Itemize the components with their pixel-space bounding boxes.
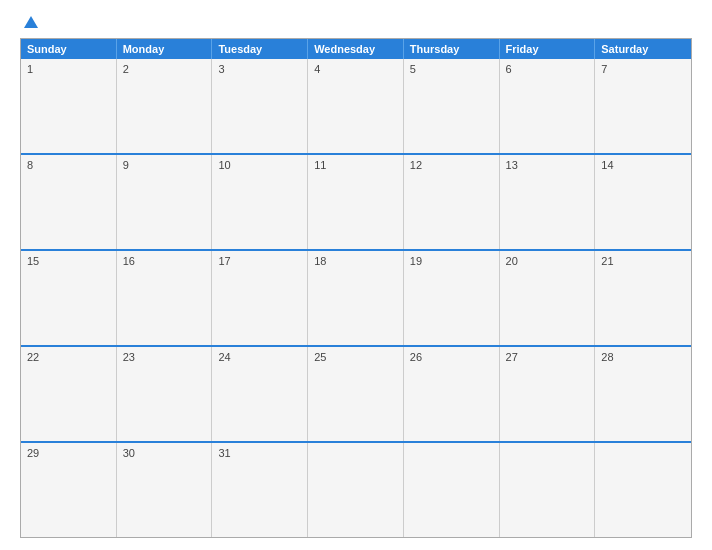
day-number: 8 (27, 159, 110, 171)
calendar-cell-7: 7 (595, 59, 691, 153)
calendar-cell-5: 5 (404, 59, 500, 153)
calendar-page: SundayMondayTuesdayWednesdayThursdayFrid… (0, 0, 712, 550)
calendar-cell-22: 22 (21, 347, 117, 441)
day-number: 31 (218, 447, 301, 459)
day-number: 9 (123, 159, 206, 171)
day-number: 4 (314, 63, 397, 75)
calendar-cell-empty-6 (595, 443, 691, 537)
day-number: 20 (506, 255, 589, 267)
calendar-cell-30: 30 (117, 443, 213, 537)
calendar-week-4: 22232425262728 (21, 345, 691, 441)
header (20, 16, 692, 28)
day-number: 19 (410, 255, 493, 267)
logo (20, 16, 38, 28)
logo-blue-text (20, 16, 38, 28)
calendar-body: 1234567891011121314151617181920212223242… (21, 59, 691, 537)
day-number: 6 (506, 63, 589, 75)
day-number: 13 (506, 159, 589, 171)
calendar-cell-16: 16 (117, 251, 213, 345)
day-number: 12 (410, 159, 493, 171)
calendar-cell-29: 29 (21, 443, 117, 537)
logo-triangle-icon (24, 16, 38, 28)
day-number: 30 (123, 447, 206, 459)
calendar-cell-18: 18 (308, 251, 404, 345)
weekday-header-sunday: Sunday (21, 39, 117, 59)
calendar-cell-20: 20 (500, 251, 596, 345)
weekday-header-thursday: Thursday (404, 39, 500, 59)
day-number: 24 (218, 351, 301, 363)
day-number: 27 (506, 351, 589, 363)
calendar-cell-2: 2 (117, 59, 213, 153)
calendar-cell-10: 10 (212, 155, 308, 249)
day-number: 21 (601, 255, 685, 267)
calendar-cell-12: 12 (404, 155, 500, 249)
day-number: 18 (314, 255, 397, 267)
calendar-cell-17: 17 (212, 251, 308, 345)
day-number: 11 (314, 159, 397, 171)
calendar-cell-4: 4 (308, 59, 404, 153)
day-number: 2 (123, 63, 206, 75)
day-number: 23 (123, 351, 206, 363)
calendar-cell-empty-5 (500, 443, 596, 537)
calendar-cell-1: 1 (21, 59, 117, 153)
calendar-cell-26: 26 (404, 347, 500, 441)
day-number: 22 (27, 351, 110, 363)
calendar-week-5: 293031 (21, 441, 691, 537)
day-number: 17 (218, 255, 301, 267)
calendar-cell-23: 23 (117, 347, 213, 441)
calendar-cell-28: 28 (595, 347, 691, 441)
calendar-week-2: 891011121314 (21, 153, 691, 249)
calendar-cell-empty-3 (308, 443, 404, 537)
calendar-cell-24: 24 (212, 347, 308, 441)
calendar-cell-27: 27 (500, 347, 596, 441)
day-number: 15 (27, 255, 110, 267)
calendar-cell-15: 15 (21, 251, 117, 345)
day-number: 14 (601, 159, 685, 171)
weekday-header-tuesday: Tuesday (212, 39, 308, 59)
calendar-cell-6: 6 (500, 59, 596, 153)
weekday-header-saturday: Saturday (595, 39, 691, 59)
day-number: 3 (218, 63, 301, 75)
calendar-cell-3: 3 (212, 59, 308, 153)
day-number: 16 (123, 255, 206, 267)
day-number: 7 (601, 63, 685, 75)
calendar-cell-11: 11 (308, 155, 404, 249)
weekday-header-monday: Monday (117, 39, 213, 59)
day-number: 26 (410, 351, 493, 363)
weekday-header-friday: Friday (500, 39, 596, 59)
calendar-cell-13: 13 (500, 155, 596, 249)
day-number: 5 (410, 63, 493, 75)
calendar-cell-9: 9 (117, 155, 213, 249)
day-number: 1 (27, 63, 110, 75)
calendar-week-1: 1234567 (21, 59, 691, 153)
day-number: 10 (218, 159, 301, 171)
calendar-week-3: 15161718192021 (21, 249, 691, 345)
calendar-cell-21: 21 (595, 251, 691, 345)
calendar-cell-8: 8 (21, 155, 117, 249)
calendar-cell-empty-4 (404, 443, 500, 537)
calendar-grid: SundayMondayTuesdayWednesdayThursdayFrid… (20, 38, 692, 538)
calendar-cell-25: 25 (308, 347, 404, 441)
day-number: 28 (601, 351, 685, 363)
calendar-cell-31: 31 (212, 443, 308, 537)
calendar-header-row: SundayMondayTuesdayWednesdayThursdayFrid… (21, 39, 691, 59)
day-number: 29 (27, 447, 110, 459)
weekday-header-wednesday: Wednesday (308, 39, 404, 59)
calendar-cell-19: 19 (404, 251, 500, 345)
day-number: 25 (314, 351, 397, 363)
calendar-cell-14: 14 (595, 155, 691, 249)
